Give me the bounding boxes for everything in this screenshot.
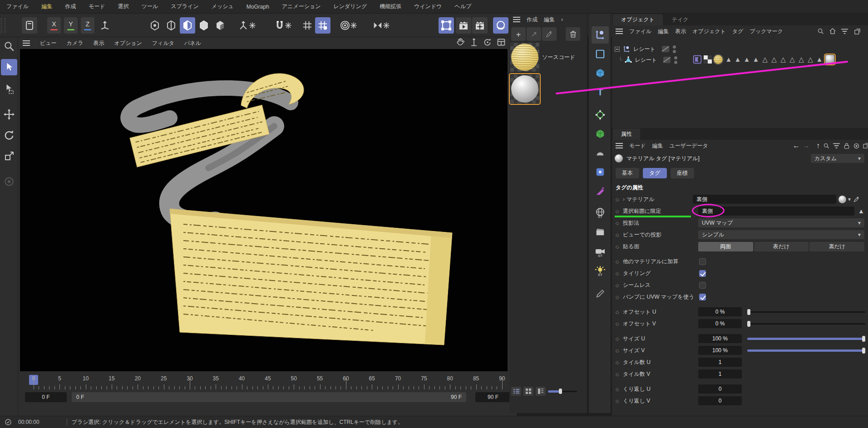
forward-arrow-icon[interactable]: → — [803, 142, 810, 150]
symmetry-icon[interactable] — [367, 17, 396, 34]
delete-material-trash-icon[interactable] — [566, 27, 580, 41]
tiles-v-field[interactable]: 1 — [698, 369, 742, 379]
repeat-u-field[interactable]: 0 — [698, 384, 742, 394]
object-menu-tags[interactable]: タグ — [732, 28, 744, 35]
menu-create[interactable]: 作成 — [65, 3, 76, 10]
selection-tool-icon[interactable] — [1, 81, 17, 97]
om-filter-icon[interactable] — [841, 29, 848, 34]
attr-menu-mode[interactable]: モード — [629, 142, 646, 150]
tab-basic[interactable]: 基本 — [616, 168, 639, 178]
menu-extensions[interactable]: 機能拡張 — [380, 3, 401, 10]
clapperboard-icon[interactable] — [592, 223, 609, 241]
toolbar-grip[interactable] — [1, 18, 5, 33]
deformer-icon[interactable] — [592, 144, 609, 162]
viewport-menu-options[interactable]: オプション — [114, 39, 142, 47]
polygon-selection-tag-icon[interactable]: ▲ — [724, 55, 733, 64]
viewport-menu-camera[interactable]: カメラ — [67, 39, 84, 47]
assign-material-button[interactable]: ↗ — [527, 27, 541, 41]
polygon-selection-tag-icon[interactable]: △ — [797, 55, 806, 64]
live-selection-tool-icon[interactable] — [1, 59, 17, 75]
polygon-selection-tag-icon[interactable]: ▲ — [815, 55, 824, 64]
null-object-icon[interactable] — [622, 45, 631, 53]
material-menu-create[interactable]: 作成 — [527, 16, 538, 24]
offset-u-slider[interactable] — [747, 309, 865, 315]
tab-takes[interactable]: テイク — [664, 14, 697, 25]
menu-edit[interactable]: 編集 — [41, 3, 52, 10]
viewport-hamburger-icon[interactable] — [23, 40, 30, 46]
add-material-button[interactable]: ＋ — [511, 27, 526, 41]
pick-material-eyedropper-icon[interactable] — [542, 27, 557, 41]
offset-v-field[interactable]: 0 % — [698, 319, 742, 328]
material-dropdown-arrow-icon[interactable]: ▾ — [848, 196, 851, 202]
material-hamburger-icon[interactable] — [513, 17, 520, 22]
axis-lock-x-button[interactable]: X — [47, 17, 61, 34]
repeat-v-field[interactable]: 0 — [698, 396, 742, 405]
move-tool-icon[interactable] — [1, 106, 17, 123]
end-frame-field[interactable]: 90 F — [475, 392, 511, 402]
material-name-sourcecode[interactable]: ソースコード — [542, 54, 575, 61]
polygon-selection-tag-icon[interactable]: ▲ — [742, 55, 751, 64]
menu-file[interactable]: ファイル — [6, 3, 29, 10]
pencil-tool-icon[interactable] — [592, 285, 609, 302]
seamless-checkbox[interactable] — [699, 282, 706, 289]
polygon-selection-tag-icon[interactable]: △ — [760, 55, 769, 64]
material-menu-more[interactable]: › — [561, 16, 563, 23]
toggle-view-icon[interactable] — [497, 38, 506, 47]
menu-mode[interactable]: モード — [89, 3, 105, 10]
scale-tool-icon[interactable] — [1, 148, 17, 164]
polygon-selection-tag-icon[interactable]: △ — [806, 55, 815, 64]
polygon-selection-tag-icon[interactable]: △ — [779, 55, 788, 64]
attr-menu-userdata[interactable]: ユーザーデータ — [670, 142, 708, 150]
attr-search-icon[interactable] — [823, 143, 830, 149]
material-thumb-sourcecode[interactable] — [510, 43, 539, 72]
object-row-parent[interactable]: レシート — [612, 44, 868, 54]
object-name[interactable]: レシート — [635, 56, 657, 64]
tab-tag[interactable]: タグ — [643, 168, 667, 178]
size-u-field[interactable]: 100 % — [698, 334, 742, 343]
cube-object-icon[interactable] — [592, 64, 609, 82]
object-hamburger-icon[interactable] — [616, 29, 623, 34]
tab-attributes[interactable]: 属性 — [613, 128, 640, 140]
material-eyedropper-icon[interactable] — [853, 196, 860, 202]
menu-animation[interactable]: アニメーション — [282, 3, 321, 10]
tiling-checkbox[interactable] — [699, 270, 706, 277]
list-view-icon[interactable] — [511, 387, 521, 396]
polygon-selection-tag-icon[interactable]: △ — [769, 55, 779, 64]
viewport-canvas[interactable] — [20, 49, 508, 371]
viewport-menu-display[interactable]: 表示 — [93, 39, 104, 47]
text-object-icon[interactable]: T — [592, 84, 609, 101]
workplane-axis-icon[interactable] — [97, 17, 113, 34]
menu-spline[interactable]: スプライン — [171, 3, 198, 10]
lock-icon[interactable] — [843, 143, 850, 149]
preview-range-bar[interactable]: 0 F 90 F — [72, 392, 466, 402]
visibility-dots[interactable] — [674, 56, 677, 64]
menu-select[interactable]: 選択 — [118, 3, 129, 10]
size-v-field[interactable]: 100 % — [698, 346, 742, 355]
object-menu-bookmarks[interactable]: ブックマーク — [750, 28, 783, 35]
team-render-sphere-icon[interactable] — [493, 17, 508, 34]
texture-mode-icon[interactable] — [212, 17, 228, 34]
tab-objects[interactable]: オブジェクト — [613, 14, 663, 25]
menu-window[interactable]: ウインドウ — [414, 3, 442, 10]
globe-st-icon[interactable]: ST — [592, 204, 609, 221]
snap-magnet-icon[interactable] — [269, 17, 298, 34]
attr-new-window-icon[interactable] — [863, 143, 868, 149]
size-u-slider[interactable] — [747, 336, 865, 342]
texture-tag-sourcecode[interactable] — [714, 55, 723, 64]
viewport-menu-view[interactable]: ビュー — [40, 39, 57, 47]
polygon-selection-tag-icon[interactable]: ▲ — [733, 55, 742, 64]
object-menu-view[interactable]: 表示 — [675, 28, 686, 35]
ghost-tool-icon[interactable] — [1, 173, 17, 190]
menu-mesh[interactable]: メッシュ — [212, 3, 234, 10]
viewport-menu-panel[interactable]: パネル — [184, 39, 201, 47]
object-menu-file[interactable]: ファイル — [629, 28, 651, 35]
attr-filter-icon[interactable] — [833, 143, 840, 149]
dolly-zoom-icon[interactable] — [469, 38, 478, 47]
thumbnail-size-slider[interactable] — [548, 389, 577, 394]
material-thumb-uraside[interactable] — [510, 74, 539, 103]
camera-st-icon[interactable]: ST — [592, 243, 609, 261]
layer-chip-icon[interactable] — [662, 46, 669, 52]
pan-hand-icon[interactable] — [456, 38, 465, 47]
side-back-button[interactable]: 裏だけ — [809, 242, 864, 251]
render-view-icon[interactable] — [439, 17, 454, 34]
